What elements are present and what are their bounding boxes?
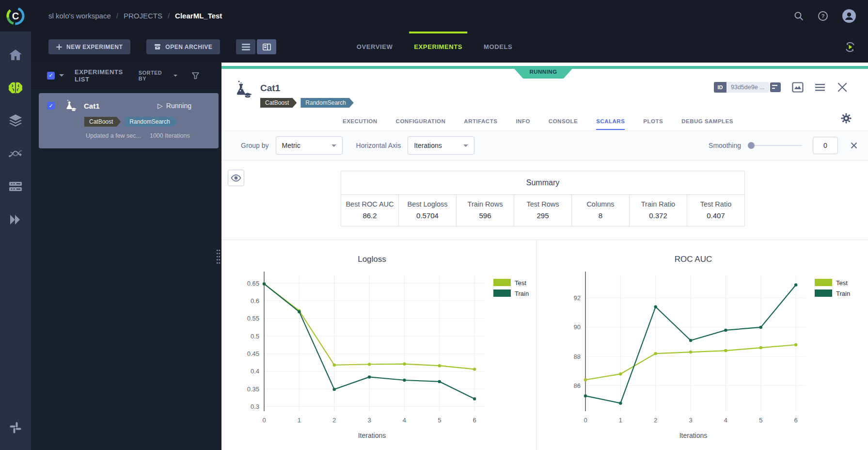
app-sidebar bbox=[0, 32, 31, 450]
table-view-button[interactable] bbox=[236, 39, 255, 54]
experiment-list-item[interactable]: Cat1 ▷ Running CatBoost RandomSearch Upd… bbox=[39, 93, 219, 148]
experiment-meta: Updated a few sec... 1000 Iterations bbox=[86, 132, 219, 139]
help-icon: ? bbox=[818, 11, 828, 21]
filter-icon bbox=[192, 72, 199, 79]
experiment-name: Cat1 bbox=[84, 102, 100, 110]
svg-text:0.3: 0.3 bbox=[251, 403, 259, 410]
select-all-dropdown-icon[interactable] bbox=[59, 74, 64, 77]
sidebar-item-pipelines[interactable] bbox=[0, 140, 31, 167]
experiment-id-badge: ID 93d5de9e ... bbox=[714, 82, 769, 93]
split-view-button[interactable] bbox=[257, 39, 276, 54]
tab-models[interactable]: MODELS bbox=[484, 32, 512, 63]
clearml-logo[interactable]: C bbox=[0, 0, 31, 32]
experiments-list-panel: EXPERIMENTS LIST SORTED BY Cat1 ▷ Runnin… bbox=[31, 63, 221, 450]
tab-console[interactable]: CONSOLE bbox=[549, 114, 578, 130]
svg-text:90: 90 bbox=[574, 323, 581, 331]
horizontal-axis-select[interactable]: Iterations bbox=[408, 136, 474, 155]
breadcrumb-projects[interactable]: PROJECTS bbox=[124, 12, 162, 20]
breadcrumb-workspace[interactable]: sl kolo's workspace bbox=[48, 12, 111, 20]
smoothing-label: Smoothing bbox=[709, 142, 741, 149]
auto-refresh-icon bbox=[843, 40, 857, 54]
experiment-row-main: Cat1 ▷ Running bbox=[47, 99, 219, 112]
panel-resize-handle[interactable] bbox=[216, 249, 221, 264]
close-detail-button[interactable] bbox=[836, 81, 849, 94]
select-all-checkbox[interactable] bbox=[47, 72, 55, 80]
experiment-tags: CatBoost RandomSearch bbox=[84, 117, 219, 127]
clearml-app: C sl kolo's workspace / PROJECTS / Clear… bbox=[0, 0, 868, 450]
layers-icon bbox=[9, 114, 22, 127]
tab-overview[interactable]: OVERVIEW bbox=[357, 32, 393, 63]
slider-track[interactable] bbox=[749, 145, 802, 146]
summary-metrics-row: Best ROC AUC 86.2 Best Logloss 0.5704 Tr… bbox=[341, 195, 744, 226]
settings-button[interactable] bbox=[841, 113, 852, 126]
filter-button[interactable] bbox=[192, 72, 199, 79]
experiment-updated: Updated a few sec... bbox=[86, 132, 141, 139]
search-button[interactable] bbox=[793, 11, 804, 21]
search-icon bbox=[793, 11, 804, 21]
experiment-detail-tags: CatBoost RandomSearch bbox=[260, 98, 354, 108]
topbar-actions: ? bbox=[793, 9, 856, 23]
new-experiment-button[interactable]: NEW EXPERIMENT bbox=[48, 39, 130, 54]
chevron-down-icon bbox=[331, 145, 336, 147]
tab-debug-samples[interactable]: DEBUG SAMPLES bbox=[681, 114, 733, 130]
details-panel-icon bbox=[770, 82, 781, 93]
auto-refresh-button[interactable] bbox=[843, 40, 857, 54]
svg-text:88: 88 bbox=[574, 353, 581, 360]
applications-icon bbox=[9, 214, 22, 225]
split-view-icon bbox=[263, 44, 271, 50]
hamburger-menu-icon bbox=[815, 83, 825, 92]
sidebar-item-applications[interactable] bbox=[0, 206, 31, 233]
sidebar-item-slack[interactable] bbox=[0, 414, 31, 441]
sidebar-item-datasets[interactable] bbox=[0, 107, 31, 134]
pipelines-icon bbox=[8, 148, 23, 160]
tab-info[interactable]: INFO bbox=[516, 114, 530, 130]
slider-handle[interactable] bbox=[748, 142, 755, 149]
user-avatar[interactable] bbox=[842, 9, 856, 23]
sidebar-item-home[interactable] bbox=[0, 41, 31, 68]
help-button[interactable]: ? bbox=[818, 11, 828, 21]
tab-experiments[interactable]: EXPERIMENTS bbox=[414, 32, 462, 63]
experiment-detail-panel: RUNNING Cat1 CatBoost RandomSearch ID 93… bbox=[221, 63, 868, 450]
menu-button[interactable] bbox=[814, 81, 826, 94]
roc-auc-chart: 868890920123456ROC AUCIterationsTestTrai… bbox=[549, 250, 854, 446]
svg-text:2: 2 bbox=[332, 417, 336, 424]
avatar-icon bbox=[842, 9, 856, 23]
experiment-checkbox[interactable] bbox=[47, 102, 55, 110]
svg-text:?: ? bbox=[821, 13, 825, 19]
project-sub-bar: NEW EXPERIMENT OPEN ARCHIVE OVERVIEW EXP… bbox=[31, 32, 868, 63]
svg-text:0: 0 bbox=[584, 417, 587, 424]
svg-text:Logloss: Logloss bbox=[358, 255, 386, 264]
tag-randomsearch: RandomSearch bbox=[300, 98, 353, 108]
tab-scalars[interactable]: SCALARS bbox=[596, 114, 625, 130]
tab-configuration[interactable]: CONFIGURATION bbox=[396, 114, 446, 130]
open-archive-button[interactable]: OPEN ARCHIVE bbox=[146, 39, 220, 54]
svg-text:4: 4 bbox=[724, 417, 727, 424]
sidebar-item-projects[interactable] bbox=[0, 74, 31, 101]
tab-artifacts[interactable]: ARTIFACTS bbox=[464, 114, 497, 130]
summary-cell: Train Ratio 0.372 bbox=[629, 195, 687, 226]
close-controls-button[interactable] bbox=[851, 142, 857, 149]
experiments-list-header: EXPERIMENTS LIST SORTED BY bbox=[31, 63, 221, 89]
tab-execution[interactable]: EXECUTION bbox=[343, 114, 378, 130]
tab-plots[interactable]: PLOTS bbox=[643, 114, 663, 130]
chevron-down-icon bbox=[463, 145, 468, 147]
summary-table: Summary Best ROC AUC 86.2 Best Logloss 0… bbox=[341, 171, 745, 226]
sidebar-item-workers[interactable] bbox=[0, 173, 31, 200]
sorted-by-dropdown[interactable]: SORTED BY bbox=[139, 70, 177, 81]
svg-text:Train: Train bbox=[836, 290, 850, 297]
metrics-snapshot-button[interactable] bbox=[791, 81, 804, 94]
summary-title: Summary bbox=[341, 171, 744, 195]
svg-text:Iterations: Iterations bbox=[679, 432, 708, 439]
smoothing-input[interactable] bbox=[813, 137, 838, 154]
slack-icon bbox=[9, 421, 22, 434]
close-icon bbox=[851, 142, 857, 149]
summary-cell: Train Rows 596 bbox=[456, 195, 514, 226]
details-panel-button[interactable] bbox=[769, 81, 782, 94]
close-icon bbox=[837, 82, 847, 92]
experiment-type-icon bbox=[64, 99, 77, 112]
smoothing-slider[interactable] bbox=[749, 142, 802, 149]
group-by-select[interactable]: Metric bbox=[276, 136, 343, 155]
svg-text:Test: Test bbox=[515, 279, 526, 287]
top-bar: sl kolo's workspace / PROJECTS / ClearML… bbox=[31, 0, 868, 32]
hide-metrics-button[interactable] bbox=[228, 170, 244, 186]
